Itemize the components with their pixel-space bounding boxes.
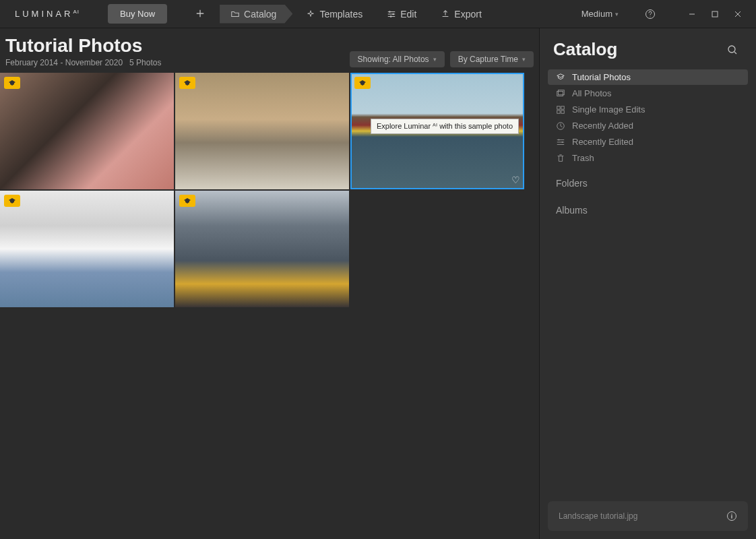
- help-icon: [645, 9, 656, 20]
- content-panel: Tutorial Photos February 2014 - November…: [0, 28, 539, 539]
- close-icon: [734, 10, 742, 18]
- content-header: Tutorial Photos February 2014 - November…: [0, 28, 539, 71]
- titlebar: LUMINARAI Buy Now Catalog Templates Edit…: [0, 0, 756, 28]
- svg-rect-9: [561, 106, 564, 108]
- svg-rect-4: [712, 11, 718, 17]
- grid-icon: [556, 105, 565, 115]
- current-filename: Landscape tutorial.jpg: [559, 511, 637, 521]
- photos-icon: [556, 89, 565, 98]
- albums-section[interactable]: Albums: [548, 193, 748, 220]
- app-logo: LUMINARAI: [8, 9, 80, 19]
- sliders-icon: [556, 137, 565, 147]
- svg-point-1: [393, 13, 395, 15]
- catalog-item-label: Tutorial Photos: [572, 72, 631, 82]
- chevron-down-icon: ▾: [615, 11, 619, 18]
- minimize-button[interactable]: [682, 6, 702, 22]
- close-button[interactable]: [728, 6, 748, 22]
- nav-catalog[interactable]: Catalog: [220, 5, 292, 24]
- sidebar: Catalog Tutorial Photos All Photos Singl…: [539, 28, 756, 539]
- chevron-down-icon: ▾: [433, 56, 437, 63]
- page-title: Tutorial Photos: [5, 35, 161, 57]
- tutorial-badge: [4, 77, 20, 89]
- svg-rect-8: [557, 106, 560, 108]
- tutorial-badge: [179, 195, 195, 207]
- sliders-icon: [387, 9, 396, 19]
- catalog-list: Tutorial Photos All Photos Single Image …: [548, 69, 748, 166]
- catalog-item-added[interactable]: Recently Added: [548, 118, 748, 133]
- maximize-button[interactable]: [705, 6, 725, 22]
- maximize-icon: [711, 10, 719, 18]
- thumbnail[interactable]: [175, 73, 349, 189]
- trash-icon: [556, 154, 565, 163]
- nav-export[interactable]: Export: [430, 5, 492, 24]
- thumbnail[interactable]: [0, 191, 174, 307]
- buy-now-button[interactable]: Buy Now: [108, 4, 167, 24]
- filter-showing-dropdown[interactable]: Showing: All Photos ▾: [350, 51, 445, 67]
- export-icon: [441, 9, 450, 19]
- catalog-item-all[interactable]: All Photos: [548, 86, 748, 101]
- tooltip: Explore Luminar ᴬᴵ with this sample phot…: [371, 119, 519, 134]
- folder-icon: [230, 9, 240, 19]
- thumbnail-size-dropdown[interactable]: Medium ▾: [581, 9, 619, 19]
- catalog-item-label: Recently Edited: [572, 137, 633, 147]
- sidebar-header: Catalog: [548, 36, 748, 69]
- sparkle-icon: [306, 9, 315, 19]
- svg-point-0: [389, 11, 391, 13]
- favorite-icon[interactable]: ♡: [511, 175, 520, 185]
- search-button[interactable]: [722, 42, 743, 58]
- folders-section[interactable]: Folders: [548, 166, 748, 193]
- svg-point-2: [390, 15, 392, 18]
- catalog-item-label: All Photos: [572, 88, 612, 98]
- search-icon: [727, 44, 738, 55]
- help-button[interactable]: [640, 6, 660, 22]
- sort-dropdown[interactable]: By Capture Time ▾: [450, 51, 534, 67]
- catalog-item-label: Recently Added: [572, 121, 633, 131]
- thumbnail[interactable]: [0, 73, 174, 189]
- graduation-cap-icon: [8, 197, 16, 204]
- thumbnail-grid: Explore Luminar ᴬᴵ with this sample phot…: [0, 71, 539, 309]
- info-icon: [726, 511, 737, 521]
- clock-icon: [556, 121, 565, 131]
- svg-point-5: [728, 46, 735, 53]
- nav-edit[interactable]: Edit: [376, 5, 427, 24]
- window-controls: [682, 6, 748, 22]
- catalog-item-label: Trash: [572, 153, 594, 163]
- chevron-down-icon: ▾: [522, 56, 526, 63]
- file-info-panel: Landscape tutorial.jpg: [548, 501, 748, 531]
- graduation-cap-icon: [8, 80, 16, 86]
- catalog-item-trash[interactable]: Trash: [548, 150, 748, 166]
- thumbnail[interactable]: Explore Luminar ᴬᴵ with this sample phot…: [350, 73, 524, 189]
- nav-templates[interactable]: Templates: [295, 5, 373, 24]
- plus-icon: [195, 9, 205, 18]
- svg-point-14: [562, 141, 563, 142]
- catalog-item-label: Single Image Edits: [572, 104, 645, 115]
- graduation-cap-icon: [183, 80, 191, 86]
- catalog-item-single[interactable]: Single Image Edits: [548, 102, 748, 117]
- nav-tabs: Catalog Templates Edit Export: [220, 5, 493, 24]
- svg-rect-11: [561, 110, 564, 113]
- tutorial-badge: [179, 77, 195, 89]
- catalog-item-edited[interactable]: Recently Edited: [548, 134, 748, 150]
- catalog-item-tutorial[interactable]: Tutorial Photos: [548, 69, 748, 85]
- graduation-cap-icon: [358, 80, 367, 86]
- photo-count: 5 Photos: [129, 58, 161, 67]
- add-button[interactable]: [189, 3, 212, 24]
- main-area: Tutorial Photos February 2014 - November…: [0, 28, 756, 539]
- tutorial-badge: [4, 195, 20, 207]
- graduation-cap-icon: [183, 197, 191, 204]
- svg-point-13: [558, 139, 559, 140]
- svg-rect-10: [557, 110, 560, 113]
- sidebar-title: Catalog: [553, 39, 617, 60]
- info-button[interactable]: [726, 511, 737, 521]
- tutorial-badge: [354, 77, 371, 89]
- thumbnail[interactable]: [175, 191, 349, 307]
- minimize-icon: [688, 10, 696, 18]
- date-range: February 2014 - November 2020: [5, 58, 123, 67]
- graduation-cap-icon: [556, 73, 565, 82]
